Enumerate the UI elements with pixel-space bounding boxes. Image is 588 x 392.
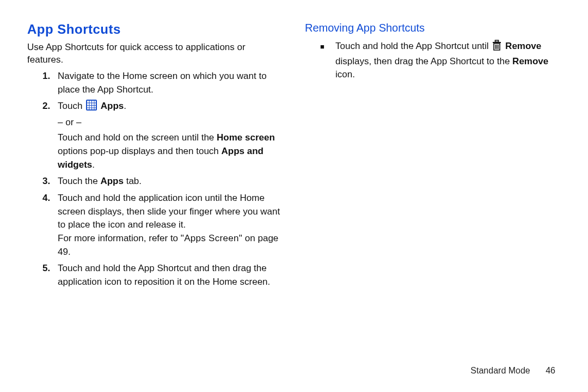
trash-icon: [492, 40, 501, 55]
svg-rect-3: [92, 101, 94, 103]
page-number: 46: [546, 366, 555, 375]
section-heading: App Shortcuts: [27, 22, 283, 37]
period: .: [124, 101, 126, 111]
text: options pop-up displays and then touch: [58, 146, 222, 156]
svg-rect-4: [95, 101, 96, 103]
text: Touch and hold the application icon unti…: [58, 193, 280, 230]
step-body: Touch the Apps tab.: [58, 175, 283, 188]
step-number: 3.: [42, 175, 58, 188]
text: icon.: [335, 69, 355, 79]
step-number: 5.: [42, 262, 58, 289]
xref-title: "Apps Screen": [181, 233, 242, 243]
manual-page: App Shortcuts Use App Shortcuts for quic…: [0, 0, 588, 392]
square-bullet-icon: ■: [320, 40, 335, 82]
svg-rect-18: [495, 40, 499, 42]
subsection-heading: Removing App Shortcuts: [305, 22, 561, 34]
svg-rect-6: [90, 103, 92, 106]
step-4: 4. Touch and hold the application icon u…: [42, 192, 283, 259]
svg-rect-8: [95, 103, 96, 106]
step-body: Touch and hold the App Shortcut and then…: [58, 262, 283, 289]
two-column-layout: App Shortcuts Use App Shortcuts for quic…: [27, 22, 561, 292]
svg-rect-16: [95, 108, 96, 110]
step-1: 1. Navigate to the Home screen on which …: [42, 70, 283, 96]
svg-rect-9: [87, 106, 89, 108]
left-column: App Shortcuts Use App Shortcuts for quic…: [27, 22, 283, 292]
home-screen-label: Home screen: [217, 132, 275, 143]
page-footer: Standard Mode 46: [470, 366, 555, 376]
step-body: Touch: [58, 100, 283, 171]
period: .: [92, 160, 95, 170]
svg-rect-14: [90, 108, 92, 110]
step-number: 4.: [42, 192, 58, 259]
text: Touch and hold on the screen until the: [58, 132, 217, 143]
svg-rect-13: [87, 108, 89, 110]
svg-rect-7: [92, 103, 94, 106]
step-2: 2. Touch: [42, 100, 283, 171]
step-body: Touch and hold the application icon unti…: [58, 192, 283, 259]
svg-rect-11: [92, 106, 94, 108]
apps-label: Apps: [101, 101, 124, 111]
step-3: 3. Touch the Apps tab.: [42, 175, 283, 188]
text: Touch: [58, 101, 85, 111]
cross-reference: For more information, refer to "Apps Scr…: [58, 232, 283, 259]
text: Touch the: [58, 176, 100, 186]
remove-label: Remove: [505, 41, 541, 51]
text: displays, then drag the App Shortcut to …: [335, 56, 512, 66]
bullet-body: Touch and hold the App Shortcut until Re…: [335, 40, 561, 82]
remove-label-2: Remove: [512, 56, 548, 66]
apps-grid-icon: [86, 100, 97, 115]
svg-rect-10: [90, 106, 92, 108]
svg-rect-1: [87, 101, 89, 103]
step-body: Navigate to the Home screen on which you…: [58, 70, 283, 96]
step-number: 2.: [42, 100, 58, 171]
intro-paragraph: Use App Shortcuts for quick access to ap…: [27, 41, 283, 66]
or-separator: – or –: [58, 116, 283, 130]
text: Touch and hold the App Shortcut until: [335, 41, 491, 51]
svg-rect-12: [95, 106, 96, 108]
numbered-steps: 1. Navigate to the Home screen on which …: [42, 70, 283, 289]
right-column: Removing App Shortcuts ■ Touch and hold …: [305, 22, 561, 292]
apps-tab-label: Apps: [100, 176, 124, 186]
step-5: 5. Touch and hold the App Shortcut and t…: [42, 262, 283, 289]
svg-rect-15: [92, 108, 94, 110]
footer-mode: Standard Mode: [470, 366, 530, 375]
text: For more information, refer to: [58, 233, 181, 243]
step-number: 1.: [42, 70, 58, 96]
text: tab.: [124, 176, 142, 186]
svg-rect-2: [90, 101, 92, 103]
svg-rect-5: [87, 103, 89, 106]
bullet-item: ■ Touch and hold the App Shortcut until: [320, 40, 561, 82]
